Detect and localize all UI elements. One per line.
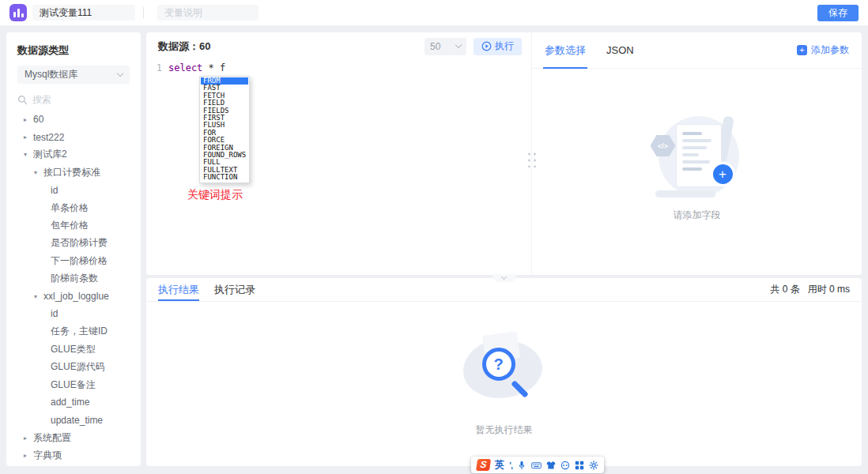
add-param-button[interactable]: + 添加参数: [797, 43, 849, 57]
tree-item-label: 单条价格: [51, 201, 92, 215]
variable-name-input[interactable]: [32, 5, 135, 21]
tree-search: [17, 94, 130, 105]
app-logo-icon: [9, 4, 27, 21]
tab-execution-result[interactable]: 执行结果: [158, 278, 199, 301]
row-limit-value: 50: [430, 41, 440, 52]
sogou-logo-icon[interactable]: S: [476, 459, 491, 471]
tree-item[interactable]: ▸ 60: [6, 111, 141, 128]
microphone-icon[interactable]: [517, 461, 526, 470]
settings-gear-icon[interactable]: [589, 461, 598, 470]
results-empty-text: 暂无执行结果: [476, 423, 533, 437]
tree-item[interactable]: GLUE类型: [6, 340, 141, 358]
sidebar: 数据源类型 Mysql数据库 ▸ 60 ▸ test222 ▾ 测试库2 ▾: [6, 32, 141, 466]
tree-arrow-icon[interactable]: ▾: [34, 169, 43, 176]
tab-json[interactable]: JSON: [606, 32, 634, 68]
toolbox-icon[interactable]: [560, 461, 570, 470]
tree-item[interactable]: 单条价格: [6, 199, 141, 216]
magnifier-question-icon: ?: [482, 348, 515, 381]
keyword-hint-annotation: 关键词提示: [187, 188, 243, 202]
params-empty-state: </> + 请添加字段: [532, 115, 862, 222]
panel-resize-handle[interactable]: [526, 150, 537, 167]
tree-item[interactable]: GLUE源代码: [6, 358, 141, 375]
chevron-down-icon: [501, 274, 507, 280]
tree-item-label: 下一阶梯价格: [51, 254, 111, 268]
tree-item[interactable]: ▾ 接口计费标准: [6, 164, 141, 181]
run-button-label: 执行: [495, 40, 514, 53]
tree-item-label: 字典项: [33, 449, 65, 462]
line-number: 1: [153, 62, 162, 74]
tree-item[interactable]: id: [6, 182, 141, 199]
punctuation-mode-icon[interactable]: ’,: [509, 461, 512, 470]
sql-text: * f: [202, 62, 225, 74]
chevron-down-icon: [455, 42, 462, 48]
result-count: 共 0 条: [770, 283, 799, 296]
tree-item-label: update_time: [51, 415, 106, 426]
topbar-divider: [143, 7, 144, 18]
tab-param-select[interactable]: 参数选择: [545, 32, 586, 68]
code-line: 1 select * f: [146, 62, 531, 74]
datasource-label: 数据源：: [158, 40, 199, 54]
editor-collapse-handle[interactable]: [492, 274, 516, 282]
tree-item-label: id: [51, 308, 61, 319]
row-limit-select[interactable]: 50: [425, 38, 466, 55]
tree-item-label: GLUE源代码: [51, 360, 108, 374]
tree-item-label: 测试库2: [33, 148, 70, 161]
top-bar: 保存: [0, 0, 868, 26]
search-input[interactable]: [32, 94, 119, 105]
chevron-down-icon: [117, 70, 123, 77]
tree-item[interactable]: 下一阶梯价格: [6, 252, 141, 269]
tree-item-label: 任务，主键ID: [51, 325, 111, 338]
tree-item[interactable]: add_time: [6, 393, 141, 411]
tree-item-label: id: [51, 185, 61, 196]
datasource-value: 60: [199, 40, 210, 52]
tree-item-label: GLUE备注: [51, 378, 99, 392]
datasource-type-value: Mysql数据库: [25, 68, 77, 81]
datasource-type-select[interactable]: Mysql数据库: [17, 66, 130, 84]
sql-code-editor[interactable]: 1 select * f: [146, 60, 531, 74]
tree-item[interactable]: ▸ 网关不加密ip地址，主要: [6, 465, 141, 466]
keyboard-icon[interactable]: [531, 461, 542, 470]
tree-item[interactable]: ▸ 系统配置: [6, 429, 141, 446]
tree-arrow-icon[interactable]: ▾: [34, 293, 43, 300]
tree-item[interactable]: ▾ 测试库2: [6, 146, 141, 164]
tree-item[interactable]: 包年价格: [6, 216, 141, 234]
tree-item-label: 阶梯前条数: [51, 272, 101, 285]
datasource-tree: ▸ 60 ▸ test222 ▾ 测试库2 ▾ 接口计费标准 id: [6, 111, 141, 466]
tree-arrow-icon[interactable]: ▸: [24, 434, 33, 442]
results-empty-state: ? 暂无执行结果: [146, 332, 862, 437]
tree-item[interactable]: ▸ test222: [6, 128, 141, 145]
tree-item[interactable]: 阶梯前条数: [6, 270, 141, 288]
results-summary: 共 0 条 用时 0 ms: [770, 283, 850, 296]
result-time: 用时 0 ms: [808, 283, 850, 296]
ime-language-toggle[interactable]: 英: [495, 458, 504, 472]
tree-arrow-icon[interactable]: ▸: [24, 134, 33, 141]
skin-icon[interactable]: [546, 461, 556, 470]
sql-keyword: select: [168, 62, 202, 74]
tree-item-label: test222: [33, 132, 67, 143]
params-tabs: 参数选择 JSON + 添加参数: [532, 32, 862, 69]
tree-arrow-icon[interactable]: ▸: [24, 452, 33, 459]
save-button[interactable]: 保存: [817, 5, 859, 21]
tree-item[interactable]: update_time: [6, 412, 141, 429]
tree-item-label: 系统配置: [33, 431, 74, 445]
tab-execution-history[interactable]: 执行记录: [214, 278, 255, 301]
variable-description-input[interactable]: [157, 5, 259, 21]
tree-item[interactable]: ▸ 字典项: [6, 446, 141, 464]
tree-arrow-icon[interactable]: ▾: [24, 151, 33, 158]
apps-grid-icon[interactable]: [575, 461, 584, 470]
tree-item[interactable]: 是否阶梯计费: [6, 235, 141, 252]
tree-item-label: xxl_job_logglue: [43, 291, 112, 302]
run-button[interactable]: 执行: [474, 38, 522, 55]
tree-item-label: 是否阶梯计费: [51, 236, 111, 250]
autocomplete-item[interactable]: FUNCTION: [201, 174, 248, 181]
tree-item[interactable]: ▾ xxl_job_logglue: [6, 288, 141, 305]
params-empty-text: 请添加字段: [674, 209, 721, 222]
no-result-illustration: ?: [457, 332, 552, 411]
ime-toolbar: S 英 ’,: [471, 457, 604, 473]
tree-arrow-icon[interactable]: ▸: [24, 116, 33, 123]
sql-editor-column: 数据源： 60 50 执行 1 select * f FROM FAST: [146, 32, 531, 275]
tree-item[interactable]: 任务，主键ID: [6, 323, 141, 340]
tree-item[interactable]: GLUE备注: [6, 376, 141, 393]
add-field-plus-button[interactable]: +: [711, 162, 735, 186]
tree-item[interactable]: id: [6, 305, 141, 322]
